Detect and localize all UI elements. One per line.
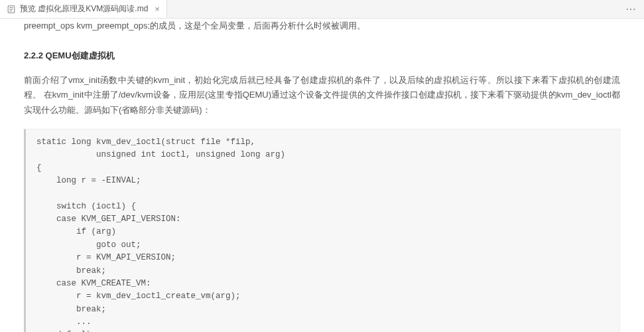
editor-tab[interactable]: 预览 虚拟化原理及KVM源码阅读.md × — [0, 0, 167, 18]
file-icon — [7, 5, 16, 14]
section-heading: 2.2.2 QEMU创建虚拟机 — [24, 48, 620, 64]
section-paragraph: 前面介绍了vmx_init函数中关键的kvm_init，初始化完成后就已经具备了… — [24, 73, 620, 118]
tab-bar: 预览 虚拟化原理及KVM源码阅读.md × ⋯ — [0, 0, 644, 19]
tab-title: 预览 虚拟化原理及KVM源码阅读.md — [20, 3, 148, 15]
close-icon[interactable]: × — [155, 4, 160, 14]
document-content: preempt_ops kvm_preempt_ops;的成员，这是个全局变量，… — [0, 19, 644, 332]
code-block: static long kvm_dev_ioctl(struct file *f… — [24, 129, 620, 332]
more-actions-icon[interactable]: ⋯ — [625, 3, 636, 15]
partial-text-top: preempt_ops kvm_preempt_ops;的成员，这是个全局变量，… — [24, 19, 620, 34]
